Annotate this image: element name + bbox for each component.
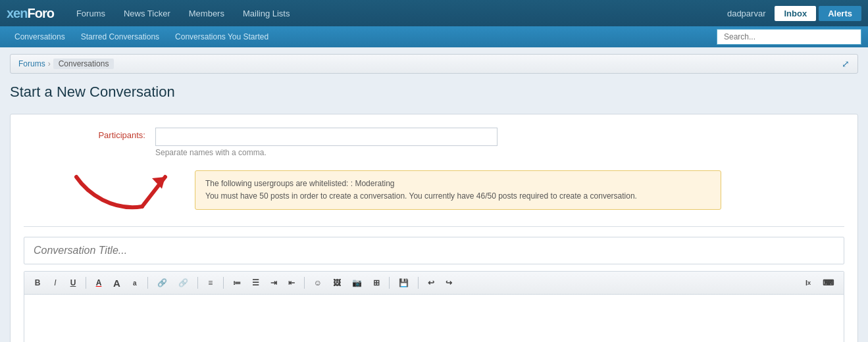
underline-button[interactable]: U bbox=[65, 275, 81, 291]
align-button[interactable]: ≡ bbox=[203, 275, 218, 291]
toolbar-separator-1 bbox=[86, 277, 86, 289]
content-area: Forums › Conversations ⤢ Start a New Con… bbox=[0, 47, 868, 342]
font-size-down-button[interactable]: a bbox=[127, 275, 143, 291]
logo-suffix: Foro bbox=[27, 6, 53, 20]
secondary-nav-starred[interactable]: Starred Conversations bbox=[73, 26, 167, 47]
inbox-badge[interactable]: Inbox bbox=[775, 6, 816, 21]
bold-button[interactable]: B bbox=[30, 275, 45, 291]
toolbar-separator-6 bbox=[389, 277, 390, 289]
editor-wrapper: B I U A A a 🔗 🔗 ≡ ≔ ☰ ⇥ ⇤ ☺ 🖼 📷 bbox=[24, 271, 844, 342]
main-nav-links: Forums News Ticker Members Mailing Lists bbox=[67, 0, 721, 26]
emoji-button[interactable]: ☺ bbox=[309, 275, 326, 291]
save-button[interactable]: 💾 bbox=[394, 275, 413, 291]
nav-link-members[interactable]: Members bbox=[180, 0, 234, 26]
breadcrumb-current: Conversations bbox=[53, 59, 115, 69]
search-input[interactable] bbox=[717, 29, 861, 45]
conversation-form: Participants: Separate names with a comm… bbox=[10, 114, 858, 342]
form-divider bbox=[24, 226, 844, 227]
source-button[interactable]: ⌨ bbox=[818, 275, 838, 291]
toolbar-separator-2 bbox=[147, 277, 148, 289]
breadcrumb: Forums › Conversations bbox=[18, 59, 114, 69]
username-link[interactable]: dadparvar bbox=[721, 9, 773, 18]
indent-less-button[interactable]: ⇤ bbox=[284, 275, 299, 291]
participants-label: Participants: bbox=[24, 128, 155, 140]
breadcrumb-bar: Forums › Conversations ⤢ bbox=[10, 54, 858, 74]
font-color-button[interactable]: A bbox=[91, 275, 107, 291]
media-button[interactable]: 📷 bbox=[347, 275, 367, 291]
participants-input[interactable] bbox=[155, 128, 498, 146]
logo-prefix: xen bbox=[7, 6, 27, 20]
page-title: Start a New Conversation bbox=[10, 84, 858, 101]
secondary-nav-conversations[interactable]: Conversations bbox=[7, 26, 73, 47]
participants-hint: Separate names with a comma. bbox=[155, 148, 844, 157]
nav-link-forums[interactable]: Forums bbox=[67, 0, 115, 26]
bullet-list-button[interactable]: ≔ bbox=[228, 275, 245, 291]
warning-line2: You must have 50 posts in order to creat… bbox=[205, 190, 711, 203]
editor-toolbar: B I U A A a 🔗 🔗 ≡ ≔ ☰ ⇥ ⇤ ☺ 🖼 📷 bbox=[24, 272, 844, 295]
warning-box: The following usergroups are whitelisted… bbox=[195, 170, 721, 210]
toolbar-separator-3 bbox=[197, 277, 198, 289]
red-arrow-icon bbox=[50, 164, 182, 216]
redo-button[interactable]: ↪ bbox=[441, 275, 457, 291]
toolbar-right-section: Ix ⌨ bbox=[800, 275, 838, 291]
arrow-area bbox=[24, 164, 195, 216]
toolbar-separator-7 bbox=[418, 277, 419, 289]
search-wrapper bbox=[717, 29, 861, 45]
toolbar-separator-5 bbox=[304, 277, 305, 289]
breadcrumb-forums-link[interactable]: Forums bbox=[18, 59, 45, 68]
link-button[interactable]: 🔗 bbox=[153, 275, 172, 291]
image-button[interactable]: 🖼 bbox=[328, 275, 345, 291]
alerts-badge[interactable]: Alerts bbox=[819, 6, 861, 21]
numbered-list-button[interactable]: ☰ bbox=[247, 275, 264, 291]
conversation-title-input[interactable] bbox=[24, 237, 844, 264]
secondary-nav-started[interactable]: Conversations You Started bbox=[167, 26, 276, 47]
top-nav-right: dadparvar Inbox Alerts bbox=[721, 6, 861, 21]
nav-link-news-ticker[interactable]: News Ticker bbox=[115, 0, 180, 26]
nav-link-mailing-lists[interactable]: Mailing Lists bbox=[234, 0, 299, 26]
logo[interactable]: xenForo bbox=[7, 6, 54, 21]
undo-button[interactable]: ↩ bbox=[423, 275, 439, 291]
participants-row: Participants: Separate names with a comm… bbox=[24, 128, 844, 157]
warning-line1: The following usergroups are whitelisted… bbox=[205, 178, 711, 190]
participants-control: Separate names with a comma. bbox=[155, 128, 844, 157]
top-navigation: xenForo Forums News Ticker Members Maili… bbox=[0, 0, 868, 26]
unlink-button[interactable]: 🔗 bbox=[174, 275, 193, 291]
breadcrumb-expand-icon[interactable]: ⤢ bbox=[842, 59, 850, 69]
indent-more-button[interactable]: ⇥ bbox=[266, 275, 282, 291]
toolbar-separator-4 bbox=[223, 277, 224, 289]
breadcrumb-separator: › bbox=[48, 59, 51, 68]
warning-section: The following usergroups are whitelisted… bbox=[24, 164, 844, 216]
font-size-up-button[interactable]: A bbox=[109, 275, 125, 291]
table-button[interactable]: ⊞ bbox=[369, 275, 384, 291]
clear-format-button[interactable]: Ix bbox=[800, 275, 816, 291]
italic-button[interactable]: I bbox=[47, 275, 63, 291]
editor-body[interactable] bbox=[24, 295, 844, 342]
secondary-navigation: Conversations Starred Conversations Conv… bbox=[0, 26, 868, 47]
